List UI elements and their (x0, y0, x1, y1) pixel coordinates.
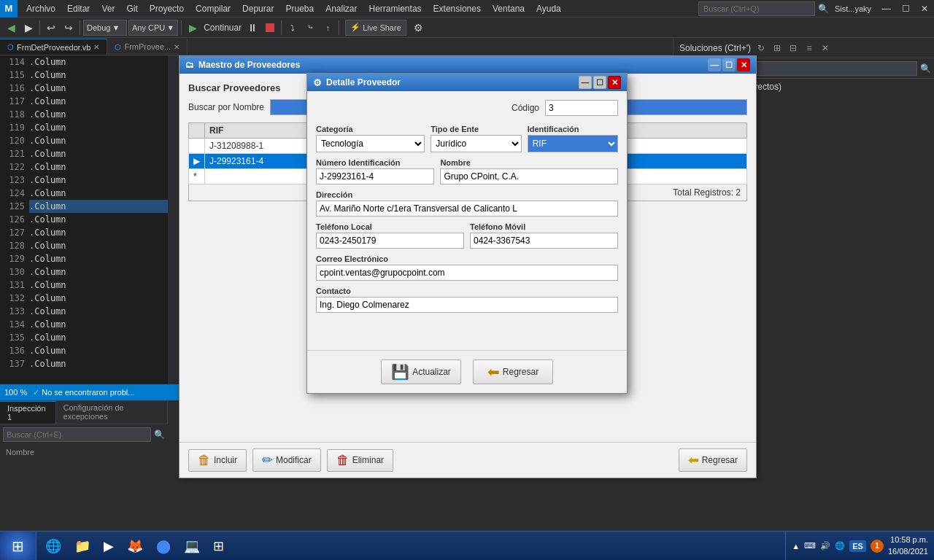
tab-frmprovee[interactable]: ⬡ FrmProvee... ✕ (107, 39, 188, 55)
menu-ventana[interactable]: Ventana (487, 0, 530, 18)
total-registros-count: 2 (736, 187, 741, 198)
taskbar-item-player[interactable]: ▶ (98, 534, 120, 558)
tb-undo-btn[interactable]: ↩ (43, 20, 59, 36)
minimize-button[interactable]: — (877, 0, 896, 18)
tray-expand-icon[interactable]: ▲ (792, 542, 800, 551)
close-button[interactable]: ✕ (915, 0, 934, 18)
status-message: No se encontraron probl... (42, 388, 134, 397)
maestro-minimize[interactable]: — (708, 58, 721, 71)
tb-sep2 (80, 20, 80, 35)
maestro-close[interactable]: ✕ (737, 58, 750, 71)
taskbar-item-grid[interactable]: ⊞ (207, 534, 230, 558)
liveshare-button[interactable]: ⚡ Live Share (345, 20, 406, 36)
tb-back-btn[interactable]: ◀ (3, 20, 19, 36)
tel-local-field[interactable] (316, 233, 464, 249)
tray-notify-badge[interactable]: 1 (871, 540, 884, 553)
continue-button[interactable]: ▶ (185, 20, 201, 36)
detail-bottom-buttons: 💾 Actualizar ⬅ Regresar (307, 350, 627, 393)
regresar-button[interactable]: ⬅ Regresar (679, 448, 747, 472)
tipo-ente-select[interactable]: Jurídico Natural (431, 135, 521, 152)
tab-inspection1[interactable]: Inspección 1 (0, 401, 56, 424)
eliminar-button[interactable]: 🗑 Eliminar (327, 449, 393, 472)
taskbar-item-explorer[interactable]: 📁 (69, 534, 96, 558)
direccion-field[interactable] (316, 201, 618, 217)
tray-date: 16/08/2021 (888, 546, 928, 557)
firefox-icon: 🦊 (127, 538, 143, 554)
maestro-title: Maestro de Proveedores (198, 60, 300, 70)
start-button[interactable]: ⊞ (0, 532, 36, 561)
maximize-button[interactable]: ☐ (896, 0, 915, 18)
contacto-row: Contacto (316, 287, 618, 313)
tb-redo-btn[interactable]: ↪ (61, 20, 77, 36)
tb-forward-btn[interactable]: ▶ (20, 20, 36, 36)
panel-tabs: Inspección 1 Configuración de excepcione… (0, 401, 168, 424)
menu-extensiones[interactable]: Extensiones (428, 0, 487, 18)
panel-filter-btn[interactable]: ≡ (802, 41, 817, 55)
maestro-maximize[interactable]: ☐ (722, 58, 736, 71)
detail-maximize[interactable]: ☐ (593, 76, 606, 89)
detail-regresar-button[interactable]: ⬅ Regresar (473, 359, 553, 384)
menu-editar[interactable]: Editar (61, 0, 96, 18)
codigo-field[interactable] (545, 100, 618, 116)
panel-expand-btn[interactable]: ⊞ (770, 41, 784, 55)
panel-collapse-btn[interactable]: ⊟ (786, 41, 800, 55)
tipo-ente-label: Tipo de Ente (431, 125, 521, 133)
actualizar-button[interactable]: 💾 Actualizar (381, 359, 461, 384)
cpu-config-label: Any CPU (132, 23, 165, 32)
panel-close-btn[interactable]: ✕ (818, 41, 833, 55)
identificacion-select[interactable]: RIF CI Pasaporte (528, 135, 618, 152)
correo-field[interactable] (316, 265, 618, 281)
tb-settings[interactable]: ⚙ (411, 20, 427, 36)
stop-button[interactable] (262, 20, 278, 36)
menu-analizar[interactable]: Analizar (320, 0, 363, 18)
inspection-search-input[interactable] (3, 427, 151, 442)
tab-frmdetproveedor[interactable]: ⬡ FrmDetProveedor.vb ✕ (0, 39, 107, 55)
menu-git[interactable]: Git (120, 0, 143, 18)
taskbar-item-ie[interactable]: 🌐 (39, 534, 67, 558)
correo-label: Correo Electrónico (316, 254, 618, 263)
correo-row: Correo Electrónico (316, 254, 618, 281)
menu-depurar[interactable]: Depurar (236, 0, 279, 18)
detail-close[interactable]: ✕ (608, 76, 621, 89)
inspection-search-row: 🔍 (0, 424, 168, 445)
tab-close1[interactable]: ✕ (93, 43, 99, 51)
nombre-field[interactable] (440, 168, 618, 184)
tb-step1[interactable]: ⤵ (285, 20, 301, 36)
menu-archivo[interactable]: Archivo (20, 0, 61, 18)
incluir-button[interactable]: 🗑 Incluir (188, 449, 247, 472)
player-icon: ▶ (104, 538, 114, 554)
tab-close2[interactable]: ✕ (174, 43, 180, 51)
code-content[interactable]: .Column .Column .Column .Column .Column … (29, 55, 168, 370)
tab-exceptions[interactable]: Configuración de excepciones (56, 401, 168, 424)
detail-title: Detalle Proveedor (326, 77, 401, 88)
pause-button[interactable]: ⏸ (244, 20, 260, 36)
tray-language[interactable]: ES (849, 540, 866, 552)
menu-proyecto[interactable]: Proyecto (144, 0, 190, 18)
tb-step3[interactable]: ↑ (320, 20, 336, 36)
taskbar-item-chrome[interactable]: ⬤ (150, 534, 177, 558)
menu-search-input[interactable] (698, 1, 815, 16)
categoria-select[interactable]: Tecnología Servicios (316, 135, 425, 152)
menu-compilar[interactable]: Compilar (190, 0, 236, 18)
contacto-field[interactable] (316, 297, 618, 313)
menu-ayuda[interactable]: Ayuda (530, 0, 567, 18)
actualizar-icon: 💾 (391, 363, 409, 381)
menu-herramientas[interactable]: Herramientas (363, 0, 428, 18)
identificacion-label: Identificación (528, 125, 618, 133)
tb-step2[interactable]: ⤷ (302, 20, 318, 36)
menu-ver[interactable]: Ver (96, 0, 120, 18)
panel-refresh-btn[interactable]: ↻ (754, 41, 768, 55)
direccion-row: Dirección (316, 190, 618, 217)
debug-config-label: Debug (87, 23, 110, 32)
chevron-down-icon2: ▼ (166, 23, 174, 32)
taskbar-item-vs[interactable]: 💻 (178, 534, 206, 558)
regresar-label: Regresar (702, 455, 738, 465)
menu-prueba[interactable]: Prueba (279, 0, 320, 18)
numid-field[interactable] (316, 168, 434, 184)
modificar-button[interactable]: ✏ Modificar (252, 448, 321, 472)
taskbar-item-firefox[interactable]: 🦊 (121, 534, 149, 558)
detail-minimize[interactable]: — (579, 76, 592, 89)
debug-config-dropdown[interactable]: Debug ▼ (83, 20, 127, 36)
cpu-config-dropdown[interactable]: Any CPU ▼ (128, 20, 178, 36)
tel-movil-field[interactable] (470, 233, 618, 249)
